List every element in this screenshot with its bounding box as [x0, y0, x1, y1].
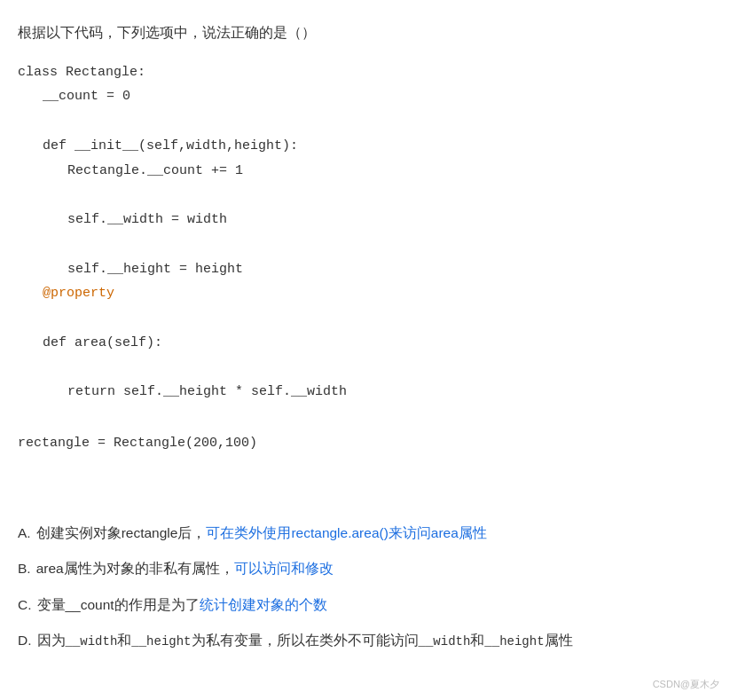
spacer1	[18, 413, 712, 431]
options-section: A. 创建实例对象rectangle后，可在类外使用rectangle.area…	[18, 522, 712, 653]
instance-line: rectangle = Rectangle(200,100)	[18, 431, 712, 456]
option-c-highlight: 统计创建对象的个数	[200, 597, 327, 612]
code-line-blank5	[18, 356, 712, 381]
option-d-label: D.	[18, 629, 32, 652]
option-d: D. 因为__width和__height为私有变量，所以在类外不可能访问__w…	[18, 629, 712, 653]
option-b: B. area属性为对象的非私有属性，可以访问和修改	[18, 557, 712, 580]
code-line-count: __count = 0	[18, 84, 712, 109]
code-line-class: class Rectangle:	[18, 60, 712, 85]
watermark: CSDN@夏木夕	[653, 678, 719, 691]
spacer2	[18, 465, 712, 483]
code-line-property: @property	[18, 281, 712, 306]
option-a: A. 创建实例对象rectangle后，可在类外使用rectangle.area…	[18, 522, 712, 545]
code-line-blank2	[18, 183, 712, 208]
option-a-highlight: 可在类外使用rectangle.area()来访问area属性	[206, 525, 486, 540]
code-line-blank3	[18, 232, 712, 257]
option-c-prefix: 变量__count的作用是为了	[37, 597, 200, 612]
option-c-text: 变量__count的作用是为了统计创建对象的个数	[37, 594, 327, 617]
option-a-text: 创建实例对象rectangle后，可在类外使用rectangle.area()来…	[36, 522, 487, 545]
spacer3	[18, 483, 712, 500]
option-d-text: 因为__width和__height为私有变量，所以在类外不可能访问__widt…	[37, 629, 573, 653]
code-line-blank1	[18, 109, 712, 134]
code-block: class Rectangle: __count = 0 def __init_…	[18, 60, 712, 405]
code-line-init: def __init__(self,width,height):	[18, 134, 712, 159]
option-b-highlight: 可以访问和修改	[234, 561, 334, 576]
code-line-return: return self.__height * self.__width	[18, 380, 712, 405]
option-a-prefix: 创建实例对象rectangle后，	[36, 525, 207, 540]
code-line-area-def: def area(self):	[18, 331, 712, 356]
option-b-text: area属性为对象的非私有属性，可以访问和修改	[36, 557, 334, 580]
code-line-width: self.__width = width	[18, 208, 712, 232]
question-intro: 根据以下代码，下列选项中，说法正确的是（）	[18, 21, 712, 44]
option-b-prefix: area属性为对象的非私有属性，	[36, 561, 234, 576]
code-line-height: self.__height = height	[18, 257, 712, 282]
instance-code: rectangle = Rectangle(200,100)	[18, 431, 712, 456]
option-a-label: A.	[18, 522, 31, 545]
option-c-label: C.	[18, 594, 32, 617]
option-c: C. 变量__count的作用是为了统计创建对象的个数	[18, 594, 712, 617]
option-b-label: B.	[18, 557, 31, 580]
code-line-blank4	[18, 306, 712, 331]
code-line-count-incr: Rectangle.__count += 1	[18, 159, 712, 184]
